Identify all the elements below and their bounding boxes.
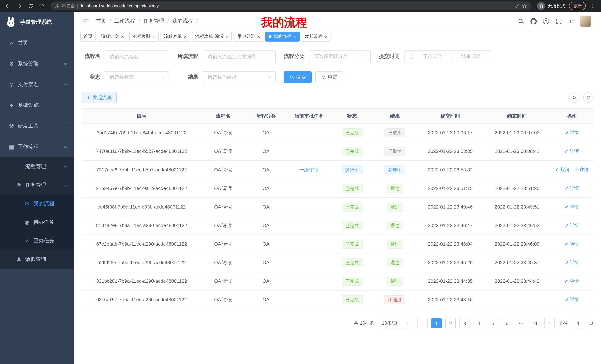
view-tab[interactable]: 流程表单-编辑 × (192, 32, 232, 41)
forward-icon[interactable] (14, 1, 25, 11)
chevron-down-icon (63, 183, 68, 187)
hamburger-icon[interactable] (80, 12, 92, 30)
sidebar-subitem[interactable]: 已办任务 (0, 231, 74, 250)
date-range-picker[interactable]: 开始日期 - 结束日期 (404, 50, 492, 62)
search-button[interactable]: 搜索 (284, 71, 312, 83)
close-icon[interactable]: × (293, 34, 296, 39)
update-button[interactable]: 更新 (569, 2, 586, 10)
page-size-select[interactable]: 10条/页 (378, 318, 413, 328)
cell-result: 通过 (373, 216, 417, 235)
next-page-button[interactable] (544, 318, 555, 328)
breadcrumb-item[interactable]: 我的流程 (172, 18, 201, 25)
fullscreen-icon[interactable] (552, 12, 565, 30)
sidebar-subitem[interactable]: 待办任务 (0, 213, 74, 231)
column-header: 编号 (82, 108, 201, 123)
breadcrumb-item[interactable]: 首页 (96, 18, 114, 25)
process-name-input[interactable] (105, 50, 169, 62)
sidebar-subitem[interactable]: 请假查询 (0, 250, 74, 269)
close-icon[interactable]: × (325, 34, 328, 39)
caret-down-icon[interactable] (592, 19, 596, 23)
breadcrumb-item[interactable]: 工作流程 (114, 18, 143, 25)
sidebar-item[interactable]: 研发工具 (0, 116, 74, 136)
cell-actions: 详情 (550, 198, 594, 216)
process-def-input[interactable] (203, 50, 276, 62)
view-tab[interactable]: 流程表单 × (160, 32, 190, 41)
sidebar-item-label: 基础设施 (18, 102, 39, 109)
app-logo[interactable]: 芋道管理系统 (0, 12, 74, 33)
reset-button[interactable]: 重置 (315, 71, 343, 83)
sidebar-item[interactable]: 基础设施 (0, 95, 74, 116)
detail-button[interactable]: 详情 (565, 259, 579, 266)
create-process-button[interactable]: 发起流程 (82, 92, 117, 103)
result-badge: 处理中 (385, 165, 405, 174)
chevron-down-icon (63, 145, 68, 149)
cell-status: 已完成 (331, 272, 373, 290)
sidebar-item[interactable]: 工作流程 (0, 136, 74, 157)
detail-button[interactable]: 详情 (565, 297, 579, 303)
view-tab[interactable]: 发起流程 × (301, 32, 331, 41)
detail-button[interactable]: 详情 (565, 278, 579, 284)
search-icon[interactable] (514, 12, 527, 30)
detail-button[interactable]: 详情 (565, 204, 579, 210)
view-tab[interactable]: 流程定义 × (98, 32, 127, 41)
address-bar[interactable]: 不安全 dashboard.yudao.iocoder.cn/bpm/task/… (50, 1, 531, 10)
sidebar-subitem[interactable]: 流程管理 (0, 157, 74, 176)
font-size-icon[interactable]: TT (565, 12, 578, 30)
detail-button[interactable]: 详情 (565, 222, 579, 229)
detail-label: 详情 (570, 222, 579, 229)
detail-button[interactable]: 详情 (565, 148, 579, 154)
page-button[interactable]: 11 (530, 318, 541, 328)
result-select[interactable]: 请选择流结果 (203, 71, 276, 83)
bookmark-star-icon[interactable] (522, 3, 527, 9)
help-icon[interactable]: ? (540, 12, 552, 30)
close-icon[interactable]: × (257, 34, 260, 39)
reload-icon[interactable] (25, 1, 36, 11)
view-tab[interactable]: 我的流程 × (265, 32, 300, 41)
category-select[interactable]: 请选择流程分类 (309, 50, 371, 62)
browser-chrome: 不安全 dashboard.yudao.iocoder.cn/bpm/task/… (0, 0, 601, 12)
back-icon[interactable] (3, 1, 13, 11)
refresh-table-button[interactable] (583, 92, 594, 103)
sidebar-item-label: 系统管理 (18, 60, 39, 67)
view-tab[interactable]: 流程模型 × (129, 32, 159, 41)
cancel-label: 取消 (560, 167, 569, 173)
home-icon[interactable] (36, 1, 47, 11)
github-icon[interactable] (527, 12, 540, 30)
current-task-link[interactable]: 一级审批 (299, 167, 319, 172)
detail-button[interactable]: 详情 (565, 185, 579, 192)
edit-icon (565, 205, 569, 209)
column-header: 流程分类 (244, 108, 288, 123)
sidebar-item[interactable]: 首页 (0, 33, 74, 53)
password-key-icon[interactable] (514, 3, 520, 9)
detail-button[interactable]: 详情 (565, 241, 579, 247)
close-icon[interactable]: × (121, 34, 124, 39)
breadcrumb-item[interactable]: 任务管理 (143, 18, 172, 25)
sidebar-item[interactable]: 系统管理 (0, 53, 74, 74)
page-button[interactable]: 2 (445, 318, 456, 328)
view-tab[interactable]: 首页 × (80, 32, 96, 41)
prev-page-button[interactable] (417, 318, 428, 328)
status-select[interactable]: 请选择状态 (105, 71, 169, 83)
close-icon[interactable]: × (226, 34, 229, 39)
page-button[interactable]: 4 (474, 318, 484, 328)
avatar[interactable] (580, 16, 591, 27)
browser-menu-icon[interactable] (588, 1, 598, 11)
detail-button[interactable]: 详情 (565, 130, 579, 136)
detail-button[interactable]: 详情 (574, 167, 588, 173)
page-button[interactable]: 3 (460, 318, 470, 328)
sidebar-subitem[interactable]: 我的流程 (0, 194, 74, 213)
cell-process-name: OA 请假 (201, 142, 245, 161)
cancel-button[interactable]: 取消 (555, 167, 569, 173)
close-icon[interactable]: × (152, 34, 155, 39)
sidebar-item[interactable]: 支付管理 (0, 74, 74, 95)
goto-page-input[interactable] (572, 318, 585, 328)
page-button[interactable]: ··· (516, 318, 526, 328)
sidebar-subitem[interactable]: 任务管理 (0, 176, 74, 194)
toggle-search-button[interactable] (569, 92, 580, 103)
view-tab[interactable]: 用户分组 × (234, 32, 263, 41)
page-button[interactable]: 5 (488, 318, 498, 328)
page-button[interactable]: 1 (431, 318, 442, 328)
cell-status: 已完成 (331, 253, 373, 272)
close-icon[interactable]: × (184, 34, 187, 39)
page-button[interactable]: 6 (502, 318, 512, 328)
